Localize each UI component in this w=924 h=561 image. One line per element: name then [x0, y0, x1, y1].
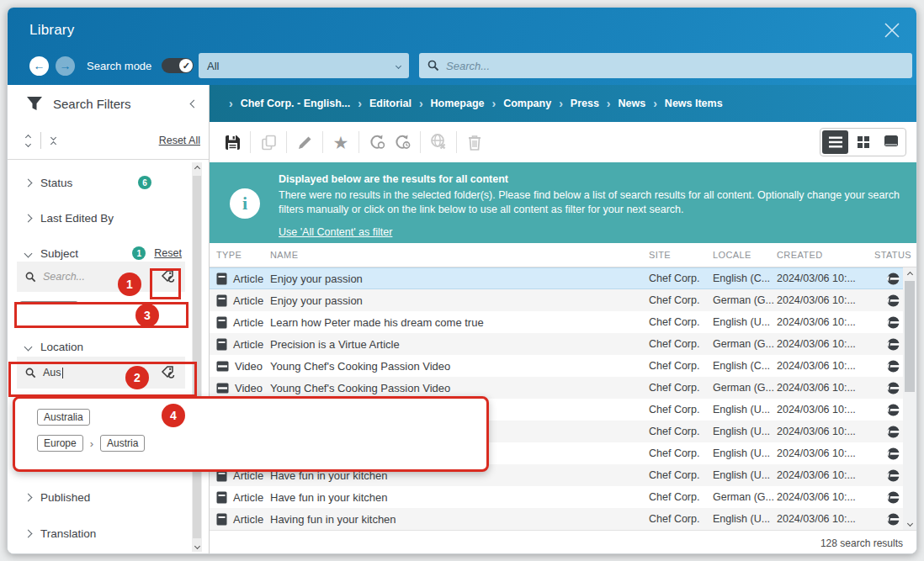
breadcrumb-separator-icon: › — [559, 97, 563, 110]
results-scrollbar[interactable] — [903, 267, 916, 530]
site-cell: Chef Corp. — [649, 338, 713, 350]
global-search-input[interactable]: Search... — [419, 53, 912, 78]
publish-icon[interactable] — [364, 130, 390, 155]
site-cell: Chef Corp. — [649, 316, 713, 328]
filter-section-translation[interactable]: Translation — [17, 521, 185, 545]
article-icon — [216, 513, 227, 526]
breadcrumb-item[interactable]: Company — [503, 98, 551, 109]
copy-icon[interactable] — [256, 130, 281, 155]
save-icon[interactable] — [220, 130, 245, 155]
filter-label: Published — [40, 491, 90, 504]
forward-button[interactable]: → — [56, 56, 75, 76]
toggle-check-icon: ✓ — [179, 59, 193, 72]
tag-chip-kitchen[interactable]: Kitchen × — [19, 301, 78, 318]
search-placeholder: Search... — [446, 60, 490, 72]
subject-search-input[interactable]: Search... — [17, 262, 185, 292]
results-area: ›Chef Corp. - English...›Editorial›Homep… — [210, 85, 916, 553]
tag-chip-label: Kitchen — [26, 304, 60, 315]
table-header: TYPE NAME SITE LOCALE CREATED STATUS — [210, 243, 916, 267]
breadcrumb-item[interactable]: News Items — [665, 98, 723, 109]
column-header-type[interactable]: TYPE — [210, 250, 270, 260]
header-controls: ← → Search mode ✓ — [29, 53, 194, 78]
column-header-name[interactable]: NAME — [270, 250, 649, 260]
location-search-input[interactable]: Aus — [17, 357, 185, 389]
column-header-created[interactable]: CREATED — [777, 250, 869, 260]
breadcrumb-item[interactable]: Chef Corp. - English... — [241, 98, 351, 109]
table-row[interactable]: ArticlePrecision is a Virtue ArticleChef… — [210, 333, 916, 355]
created-cell: 2024/03/06 10:... — [777, 426, 869, 437]
page-title: Library — [29, 22, 74, 39]
use-all-content-link[interactable]: Use 'All Content' as filter — [279, 226, 392, 238]
created-cell: 2024/03/06 10:... — [777, 360, 869, 372]
breadcrumb-item[interactable]: Homepage — [431, 98, 485, 109]
bookmark-icon[interactable]: ★ — [328, 130, 353, 155]
name-cell: Enjoy your passion — [270, 294, 649, 307]
table-row[interactable]: ArticleLearn how Peter made his dream co… — [210, 311, 916, 333]
expand-all-icon[interactable] — [26, 135, 30, 146]
filter-section-location[interactable]: Location — [17, 335, 185, 358]
column-header-site[interactable]: SITE — [649, 250, 713, 260]
chevron-down-icon — [24, 342, 33, 351]
filter-label: Location — [40, 341, 83, 353]
list-view-icon[interactable] — [822, 130, 848, 154]
taxonomy-chooser-icon[interactable] — [160, 364, 177, 381]
reset-all-link[interactable]: Reset All — [159, 135, 200, 146]
collapse-panel-icon[interactable] — [190, 99, 199, 108]
created-cell: 2024/03/06 10:... — [777, 491, 869, 503]
edit-icon[interactable] — [292, 130, 317, 155]
withdraw-icon[interactable] — [426, 130, 451, 155]
filter-section-status[interactable]: Status 6 — [17, 171, 185, 194]
table-row[interactable]: ArticleHave fun in your kitchenChef Corp… — [210, 486, 916, 508]
publish-schedule-icon[interactable] — [390, 130, 415, 155]
banner-body: There were no results in the selected fo… — [279, 188, 900, 217]
breadcrumb-item[interactable]: Editorial — [369, 98, 412, 109]
scrollbar-thumb[interactable] — [905, 281, 915, 392]
scroll-down-icon[interactable] — [192, 540, 202, 552]
table-row[interactable]: ArticleEnjoy your passionChef Corp.Germa… — [210, 289, 916, 311]
breadcrumb-item[interactable]: Press — [571, 98, 599, 109]
scope-dropdown[interactable]: All — [199, 53, 409, 78]
filter-section-last-edited-by[interactable]: Last Edited By — [17, 206, 185, 230]
table-row[interactable]: ArticleHaving fun in your kitchenChef Co… — [210, 508, 916, 530]
sidebar-scrollbar[interactable] — [192, 162, 202, 552]
remove-tag-icon[interactable]: × — [66, 304, 72, 315]
subject-reset-link[interactable]: Reset — [154, 247, 182, 259]
breadcrumb-item[interactable]: News — [619, 98, 646, 109]
grid-view-icon[interactable] — [850, 130, 876, 154]
annotation-marker-4: 4 — [162, 404, 185, 427]
suggestion-chip[interactable]: Australia — [37, 409, 90, 426]
breadcrumb-separator-icon: › — [653, 97, 657, 110]
taxonomy-chooser-icon[interactable] — [160, 268, 177, 285]
scroll-down-icon[interactable] — [903, 516, 916, 530]
card-view-icon[interactable] — [878, 130, 904, 154]
created-cell: 2024/03/06 10:... — [777, 447, 869, 459]
suggestion-chip[interactable]: Austria — [100, 435, 145, 452]
path-separator-icon: › — [90, 437, 93, 450]
delete-icon[interactable] — [462, 130, 487, 155]
column-header-locale[interactable]: LOCALE — [713, 250, 777, 260]
scroll-up-icon[interactable] — [192, 162, 202, 174]
type-label: Video — [235, 382, 263, 394]
name-cell: Young Chef's Cooking Passion Video — [270, 382, 649, 394]
column-header-status[interactable]: STATUS — [869, 250, 916, 260]
filter-label: Subject — [40, 247, 78, 260]
locale-cell: English (U... — [713, 513, 777, 525]
status-badge: 6 — [138, 176, 151, 189]
location-suggestions-dropdown: AustraliaEurope›Austria — [13, 396, 489, 472]
collapse-all-icon[interactable] — [51, 135, 56, 146]
back-button[interactable]: ← — [29, 56, 49, 76]
suggestion-row[interactable]: Europe›Austria — [37, 435, 486, 452]
scroll-up-icon[interactable] — [903, 267, 916, 281]
scrollbar-thumb[interactable] — [193, 176, 201, 538]
toolbar-divider — [250, 131, 251, 153]
toolbar-divider — [358, 131, 359, 153]
suggestion-row[interactable]: Australia — [37, 409, 486, 426]
created-cell: 2024/03/06 10:... — [777, 382, 869, 394]
table-row[interactable]: VideoYoung Chef's Cooking Passion VideoC… — [210, 355, 916, 377]
suggestion-chip[interactable]: Europe — [37, 435, 83, 452]
filter-section-published[interactable]: Published — [17, 485, 185, 509]
article-icon — [216, 338, 227, 351]
close-icon[interactable] — [879, 18, 905, 43]
search-mode-toggle[interactable]: ✓ — [162, 58, 194, 73]
table-row[interactable]: ArticleEnjoy your passionChef Corp.Engli… — [210, 267, 916, 289]
